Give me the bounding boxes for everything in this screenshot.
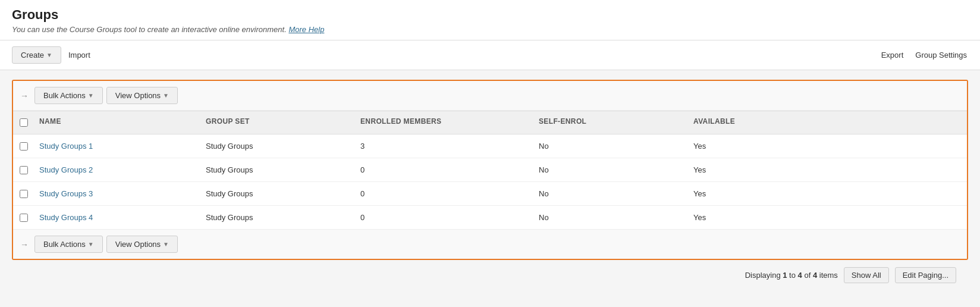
bottom-view-options-chevron-icon: ▼ [163,241,169,248]
bulk-actions-button[interactable]: Bulk Actions ▼ [34,87,103,104]
header-enrolled-members: ENROLLED MEMBERS [356,111,534,134]
row-4-self-enrol: No [534,206,689,229]
row-2-available: Yes [689,158,808,181]
arrow-right-bottom-icon: → [20,240,29,249]
row-2-name: Study Groups 2 [34,158,201,181]
row-3-checkbox[interactable] [20,190,28,198]
page-title: Groups [12,7,968,23]
top-actions-row: → Bulk Actions ▼ View Options ▼ [13,81,967,111]
row-3-group-set: Study Groups [201,182,356,205]
table-header: NAME GROUP SET ENROLLED MEMBERS SELF-ENR… [13,111,967,134]
row-4-group-set: Study Groups [201,206,356,229]
row-1-group-set: Study Groups [201,134,356,158]
row-4-name-link[interactable]: Study Groups 4 [39,213,93,222]
create-chevron-icon: ▼ [46,52,52,58]
toolbar-left: Create ▼ Import [12,46,92,64]
arrow-right-icon: → [20,91,29,101]
row-2-group-set: Study Groups [201,158,356,181]
more-help-link[interactable]: More Help [288,25,324,34]
row-4-name: Study Groups 4 [34,206,201,229]
toolbar-right: Export Group Settings [880,47,968,63]
row-3-enrolled-members: 0 [356,182,534,205]
row-3-name: Study Groups 3 [34,182,201,205]
bottom-bulk-actions-chevron-icon: ▼ [88,241,94,248]
paging-section: Displaying 1 to 4 of 4 items Show All Ed… [12,260,968,290]
header-name: NAME [34,111,201,134]
row-2-self-enrol: No [534,158,689,181]
page-header: Groups You can use the Course Groups too… [0,0,980,40]
row-1-self-enrol: No [534,134,689,158]
row-4-checkbox-cell[interactable] [13,206,34,229]
row-2-checkbox-cell[interactable] [13,159,34,181]
bottom-actions-row: → Bulk Actions ▼ View Options ▼ [13,229,967,259]
header-self-enrol: SELF-ENROL [534,111,689,134]
row-3-self-enrol: No [534,182,689,205]
table-row: Study Groups 4 Study Groups 0 No Yes [13,206,967,229]
table-row: Study Groups 3 Study Groups 0 No Yes [13,182,967,206]
row-2-checkbox[interactable] [20,166,28,174]
show-all-button[interactable]: Show All [844,267,889,283]
header-checkbox-cell[interactable] [13,111,34,134]
row-3-name-link[interactable]: Study Groups 3 [39,189,93,198]
main-content: → Bulk Actions ▼ View Options ▼ NAME GRO… [0,70,980,300]
row-1-available: Yes [689,134,808,158]
row-2-name-link[interactable]: Study Groups 2 [39,165,93,174]
select-all-checkbox[interactable] [20,118,28,127]
import-button[interactable]: Import [67,46,92,64]
row-1-name-link[interactable]: Study Groups 1 [39,142,93,151]
table-body: Study Groups 1 Study Groups 3 No Yes Stu… [13,134,967,229]
header-group-set: GROUP SET [201,111,356,134]
page-description: You can use the Course Groups tool to cr… [12,25,968,34]
row-4-enrolled-members: 0 [356,206,534,229]
group-settings-button[interactable]: Group Settings [914,47,968,63]
header-available: AVAILABLE [689,111,808,134]
paging-text: Displaying 1 to 4 of 4 items [745,271,838,280]
bulk-actions-chevron-icon: ▼ [88,92,94,99]
view-options-button[interactable]: View Options ▼ [106,87,178,104]
top-toolbar: Create ▼ Import Export Group Settings [0,40,980,70]
table-row: Study Groups 2 Study Groups 0 No Yes [13,158,967,182]
row-1-checkbox[interactable] [20,142,28,151]
bottom-view-options-button[interactable]: View Options ▼ [106,236,178,253]
row-4-checkbox[interactable] [20,214,28,222]
row-3-checkbox-cell[interactable] [13,183,34,205]
row-2-enrolled-members: 0 [356,158,534,181]
row-4-available: Yes [689,206,808,229]
edit-paging-button[interactable]: Edit Paging... [895,267,956,283]
row-1-checkbox-cell[interactable] [13,135,34,158]
export-button[interactable]: Export [880,47,905,63]
bottom-bulk-actions-button[interactable]: Bulk Actions ▼ [34,236,103,253]
groups-table-wrapper: → Bulk Actions ▼ View Options ▼ NAME GRO… [12,80,968,260]
table-row: Study Groups 1 Study Groups 3 No Yes [13,134,967,158]
row-3-available: Yes [689,182,808,205]
view-options-chevron-icon: ▼ [163,92,169,99]
create-button[interactable]: Create ▼ [12,46,61,64]
row-1-name: Study Groups 1 [34,134,201,158]
row-1-enrolled-members: 3 [356,134,534,158]
